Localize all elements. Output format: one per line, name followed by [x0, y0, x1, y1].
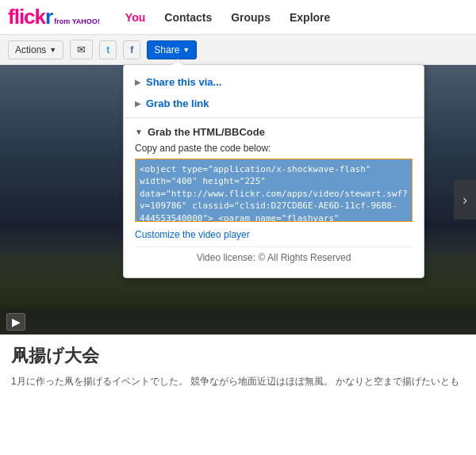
share-via-expand-icon: ▶	[135, 78, 141, 86]
share-label: Share	[154, 44, 179, 55]
mail-icon: ✉	[77, 44, 86, 55]
play-button[interactable]: ▶	[6, 313, 25, 331]
logo-blue-part: r	[45, 5, 52, 29]
embed-code-textarea[interactable]	[135, 159, 413, 222]
grab-link-label: Grab the link	[146, 98, 209, 109]
dropdown-divider	[124, 117, 424, 118]
grab-link-expand-icon: ▶	[135, 99, 141, 108]
license-rights: All Rights Reserved	[267, 252, 351, 263]
grab-link-item[interactable]: ▶ Grab the link	[124, 93, 424, 114]
facebook-button[interactable]: f	[123, 40, 140, 59]
html-section-title: ▼ Grab the HTML/BBCode	[135, 126, 413, 138]
mail-button[interactable]: ✉	[70, 40, 93, 59]
grab-html-label: Grab the HTML/BBCode	[148, 126, 265, 138]
flickr-logo: flickr	[8, 5, 52, 29]
video-description: 1月に作った凧を揚げるイベントでした。 競争ながら地面近辺はほぼ無風。 かなりと…	[11, 374, 465, 388]
top-navigation: flickr from YAHOO! You Contacts Groups E…	[0, 0, 476, 35]
video-next-arrow[interactable]: ›	[454, 180, 476, 220]
share-via-label: Share this via...	[146, 76, 221, 88]
share-via-item[interactable]: ▶ Share this via...	[124, 71, 424, 93]
logo-pink-part: flick	[8, 5, 45, 29]
twitter-button[interactable]: t	[99, 40, 117, 59]
from-text: from	[54, 17, 70, 25]
play-icon: ▶	[12, 315, 21, 328]
html-bbcode-section: ▼ Grab the HTML/BBCode Copy and paste th…	[124, 121, 424, 271]
twitter-icon: t	[106, 44, 109, 55]
nav-link-contacts[interactable]: Contacts	[164, 11, 212, 24]
actions-button[interactable]: Actions ▼	[8, 40, 63, 59]
customize-link[interactable]: Customize the video player	[135, 229, 413, 240]
video-controls-bar: ▶	[0, 309, 476, 335]
html-collapse-icon: ▼	[135, 128, 143, 136]
yahoo-tag: from YAHOO!	[54, 17, 100, 25]
actions-caret-icon: ▼	[49, 46, 56, 54]
arrow-right-icon: ›	[463, 192, 467, 208]
toolbar: Actions ▼ ✉ t f Share ▼ ▶ Share this via…	[0, 35, 476, 65]
video-title: 凧揚げ大会	[11, 344, 465, 368]
share-button[interactable]: Share ▼	[147, 40, 197, 59]
actions-label: Actions	[15, 44, 46, 55]
license-label: Video license:	[197, 252, 256, 263]
nav-link-you[interactable]: You	[125, 11, 145, 24]
license-copy: ©	[258, 252, 265, 263]
logo-area: flickr from YAHOO!	[8, 5, 100, 29]
copy-instruction: Copy and paste the code below:	[135, 143, 413, 154]
nav-link-explore[interactable]: Explore	[290, 11, 330, 24]
nav-link-groups[interactable]: Groups	[231, 11, 271, 24]
license-info: Video license: © All Rights Reserved	[135, 247, 413, 263]
share-dropdown: ▶ Share this via... ▶ Grab the link ▼ Gr…	[123, 64, 424, 278]
share-caret-icon: ▼	[182, 46, 190, 54]
facebook-icon: f	[130, 44, 133, 55]
content-area: 凧揚げ大会 1月に作った凧を揚げるイベントでした。 競争ながら地面近辺はほぼ無風…	[0, 335, 476, 398]
yahoo-brand: YAHOO!	[72, 17, 100, 25]
